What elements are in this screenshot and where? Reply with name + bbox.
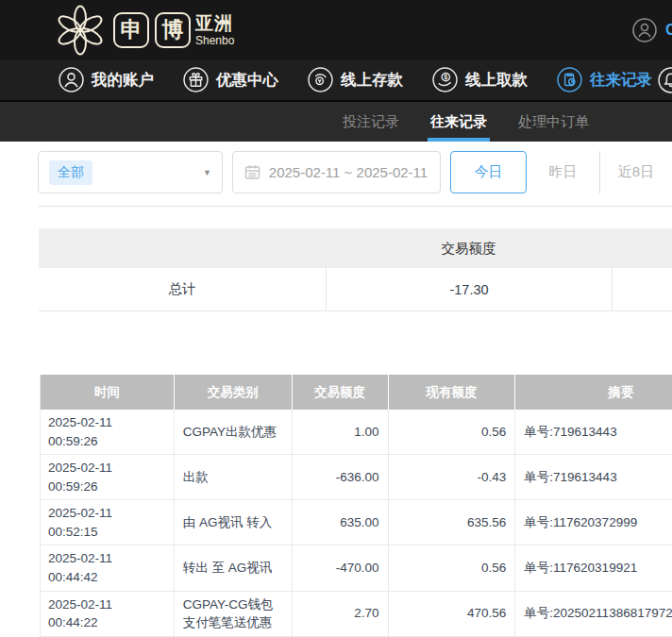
- cell-balance: 635.56: [388, 500, 515, 545]
- cell-balance: 0.56: [388, 410, 515, 454]
- table-row: 2025-02-11 00:44:22 CGPAY-CG钱包支付笔笔送优惠 2.…: [41, 592, 672, 637]
- column-header-type: 交易类别: [174, 375, 292, 410]
- summary-total-value: -17.30: [326, 268, 612, 310]
- logo-char-bo: 博: [155, 12, 191, 48]
- tab-pending-orders[interactable]: 处理中订单: [518, 102, 589, 142]
- type-filter-select[interactable]: 全部 ▼: [38, 151, 223, 193]
- column-header-time: 时间: [41, 375, 174, 410]
- tab-transaction-records[interactable]: 往来记录: [430, 102, 487, 142]
- cell-balance: 470.56: [388, 592, 515, 636]
- yesterday-button[interactable]: 昨日: [527, 151, 599, 193]
- cell-summary: 单号:719613443: [514, 410, 672, 454]
- notifications-bell-icon[interactable]: [658, 67, 672, 93]
- column-header-balance: 现有额度: [388, 375, 515, 410]
- chevron-down-icon: ▼: [203, 168, 211, 177]
- nav-item-label: 线上存款: [341, 70, 403, 91]
- flower-logo-icon: [53, 5, 108, 56]
- column-header-amount: 交易额度: [292, 375, 388, 410]
- cell-type: 转出 至 AG视讯: [174, 545, 292, 590]
- summary-header-label: 交易额度: [326, 228, 612, 268]
- nav-item-label: 我的账户: [92, 70, 154, 91]
- cell-amount: 2.70: [292, 592, 388, 636]
- main-nav: 我的账户 优惠中心 线上存款: [0, 59, 672, 100]
- cell-type: CGPAY出款优惠: [174, 410, 292, 454]
- records-icon: [557, 67, 582, 92]
- filter-row: 全部 ▼ 2025-02-11 ~ 2025-02-11 今日 昨日 近8日: [38, 151, 672, 193]
- today-button[interactable]: 今日: [450, 151, 527, 193]
- page: 申 博 亚洲 Shenbo C 我的账户: [0, 0, 672, 637]
- content: 全部 ▼ 2025-02-11 ~ 2025-02-11 今日 昨日 近8日: [0, 151, 672, 637]
- cell-time: 2025-02-11 00:59:26: [41, 410, 174, 454]
- tab-bet-records[interactable]: 投注记录: [343, 102, 399, 142]
- cell-summary: 单号:719613443: [514, 455, 672, 499]
- nav-item-withdrawal[interactable]: $ 线上取款: [432, 67, 528, 92]
- cell-time: 2025-02-11 00:59:26: [41, 455, 174, 499]
- nav-item-my-account[interactable]: 我的账户: [59, 67, 154, 92]
- brand-subtitle: Shenbo: [195, 35, 234, 46]
- table-row: 2025-02-11 00:59:26 CGPAY出款优惠 1.00 0.56 …: [41, 410, 672, 455]
- transactions-table: 时间 交易类别 交易额度 现有额度 摘要 2025-02-11 00:59:26…: [40, 375, 672, 637]
- username-fragment[interactable]: C: [665, 22, 672, 39]
- column-header-summary: 摘要: [514, 375, 672, 410]
- withdraw-icon: $: [432, 67, 458, 92]
- deposit-icon: [308, 67, 333, 92]
- nav-item-label: 优惠中心: [216, 70, 278, 91]
- brand-region: 亚洲: [195, 14, 234, 32]
- cell-amount: 1.00: [292, 410, 388, 454]
- cell-type: 出款: [174, 455, 292, 499]
- nav-item-label: 线上取款: [465, 70, 528, 91]
- cell-time: 2025-02-11 00:44:22: [41, 592, 174, 636]
- type-filter-chip[interactable]: 全部: [49, 160, 92, 185]
- nav-item-promotions[interactable]: 优惠中心: [183, 67, 278, 92]
- calendar-icon: [244, 164, 260, 180]
- cell-type: CGPAY-CG钱包支付笔笔送优惠: [174, 592, 292, 636]
- cell-type: 由 AG视讯 转入: [174, 500, 292, 545]
- quick-date-buttons: 今日 昨日 近8日: [450, 151, 672, 193]
- gift-icon: [183, 67, 209, 92]
- cell-amount: 635.00: [292, 500, 388, 545]
- cell-summary: 单号:117620319921: [514, 545, 672, 590]
- cell-balance: -0.43: [388, 455, 515, 499]
- cell-time: 2025-02-11 00:52:15: [41, 500, 174, 545]
- summary-total-label: 总计: [39, 268, 326, 310]
- cell-amount: -636.00: [292, 455, 388, 499]
- nav-item-label: 往来记录: [590, 70, 652, 91]
- logo-char-shen: 申: [113, 12, 149, 48]
- brand-logo[interactable]: 申 博 亚洲 Shenbo: [53, 5, 234, 56]
- last-8-days-button[interactable]: 近8日: [599, 151, 672, 193]
- table-header-row: 时间 交易类别 交易额度 现有额度 摘要: [41, 375, 672, 410]
- date-range-input[interactable]: 2025-02-11 ~ 2025-02-11: [232, 151, 441, 193]
- account-area: C: [632, 0, 672, 59]
- svg-text:$: $: [444, 73, 447, 81]
- summary-table: 交易额度 总计 -17.30: [39, 228, 672, 311]
- cell-time: 2025-02-11 00:44:42: [41, 545, 174, 590]
- table-row: 2025-02-11 00:59:26 出款 -636.00 -0.43 单号:…: [41, 455, 672, 500]
- section-divider: [38, 206, 672, 207]
- cell-amount: -470.00: [292, 545, 388, 590]
- cell-balance: 0.56: [388, 545, 515, 590]
- summary-header-spacer: [39, 228, 326, 268]
- user-icon: [59, 67, 84, 92]
- table-row: 2025-02-11 00:52:15 由 AG视讯 转入 635.00 635…: [41, 500, 672, 545]
- cell-summary: 单号:202502113868179729: [514, 592, 672, 636]
- site-header: 申 博 亚洲 Shenbo C: [0, 0, 672, 59]
- summary-total-row: 总计 -17.30: [39, 268, 672, 311]
- avatar-icon[interactable]: [632, 18, 657, 42]
- nav-item-transactions[interactable]: 往来记录: [557, 67, 652, 92]
- summary-table-header: 交易额度: [39, 228, 672, 268]
- date-range-value: 2025-02-11 ~ 2025-02-11: [269, 164, 428, 180]
- records-tabs: 投注记录 往来记录 处理中订单: [0, 100, 672, 142]
- cell-summary: 单号:117620372999: [514, 500, 672, 545]
- nav-item-deposit[interactable]: 线上存款: [308, 67, 403, 92]
- table-row: 2025-02-11 00:44:42 转出 至 AG视讯 -470.00 0.…: [41, 545, 672, 591]
